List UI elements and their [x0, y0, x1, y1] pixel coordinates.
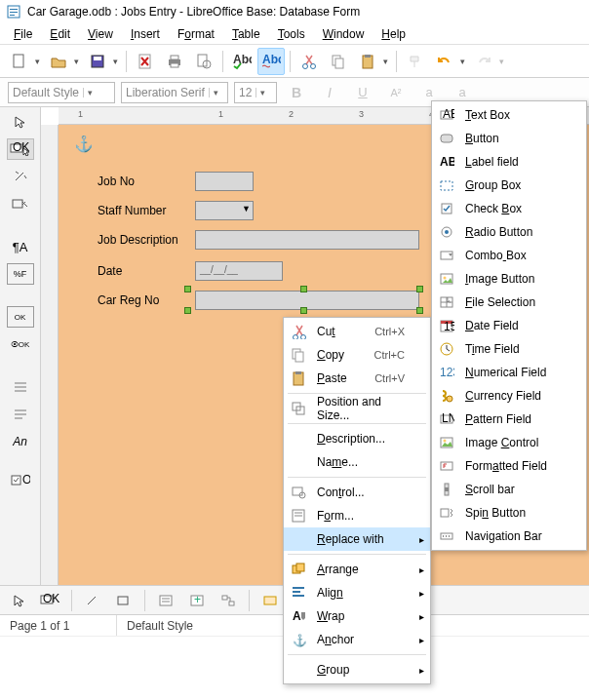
paragraph-style-combo[interactable]: Default Style▾: [8, 82, 115, 103]
menu-item-pattern-field[interactable]: LNPattern Field: [432, 408, 586, 431]
menu-item-file-selection[interactable]: File Selection: [432, 291, 586, 314]
selection-handle[interactable]: [300, 307, 307, 314]
menu-help[interactable]: Help: [373, 25, 413, 43]
menu-format[interactable]: Format: [170, 25, 222, 43]
menu-item-replace-with[interactable]: Replace with▸: [284, 527, 430, 551]
selection-handle[interactable]: [184, 286, 191, 292]
copy-icon[interactable]: [325, 48, 352, 75]
menu-item-currency-field[interactable]: Currency Field: [432, 384, 586, 408]
selection-handle[interactable]: [416, 286, 423, 292]
select-icon[interactable]: [6, 587, 33, 614]
redo-icon[interactable]: [470, 48, 497, 75]
list2-icon[interactable]: [7, 404, 34, 425]
underline-icon[interactable]: U: [349, 79, 376, 106]
menu-item-label: Check Box: [465, 202, 561, 215]
nav-form-icon[interactable]: [152, 587, 179, 614]
menu-edit[interactable]: Edit: [42, 25, 78, 43]
menu-item-date-field[interactable]: 15Date Field: [432, 314, 586, 337]
tab-order-icon[interactable]: [215, 587, 242, 614]
spellcheck-icon[interactable]: Abc: [228, 48, 255, 75]
char-format-icon[interactable]: ¶A: [7, 236, 34, 257]
field-label: Staff Number: [98, 204, 185, 217]
an-icon[interactable]: An: [7, 431, 34, 452]
ruler-vertical[interactable]: [41, 125, 59, 585]
selection-handle[interactable]: [184, 307, 191, 314]
arrange-icon: [288, 559, 309, 580]
menu-item-button[interactable]: Button: [432, 127, 586, 150]
font-name-combo[interactable]: Liberation Serif▾: [121, 82, 228, 103]
percent-format-icon[interactable]: %F: [7, 263, 34, 285]
pointer-icon[interactable]: [7, 111, 34, 133]
save-icon[interactable]: [84, 48, 111, 75]
menu-file[interactable]: File: [6, 25, 40, 43]
field-input[interactable]: [195, 291, 419, 310]
new-icon[interactable]: [6, 48, 33, 75]
add-field-icon[interactable]: +: [183, 587, 211, 614]
field-input[interactable]: [195, 172, 254, 191]
menu-item-group[interactable]: Group▸: [284, 658, 430, 681]
selection-handle[interactable]: [416, 307, 423, 314]
paste-icon[interactable]: [354, 48, 381, 75]
bold-icon[interactable]: B: [283, 79, 310, 106]
menu-item-copy[interactable]: CopyCtrl+C: [284, 343, 430, 367]
svg-rect-49: [296, 564, 304, 571]
menu-item-arrange[interactable]: Arrange▸: [284, 558, 430, 581]
menu-item-align[interactable]: Align▸: [284, 581, 430, 604]
field-input[interactable]: __/__/__: [195, 261, 283, 281]
menu-item-navigation-bar[interactable]: Navigation Bar: [432, 525, 586, 548]
undo-icon[interactable]: [431, 48, 458, 75]
format-paint-icon[interactable]: [402, 48, 429, 75]
ok-box-icon[interactable]: OK: [7, 306, 34, 328]
menu-insert[interactable]: Insert: [123, 25, 168, 43]
selection-handle[interactable]: [300, 286, 307, 292]
menu-item-radio-button[interactable]: Radio Button: [432, 220, 586, 244]
font-size-combo[interactable]: 12▾: [234, 82, 277, 103]
menu-item-name-[interactable]: Name...: [284, 450, 430, 474]
superscript-icon[interactable]: A²: [382, 79, 410, 106]
menu-item-combo-box[interactable]: Combo Box: [432, 244, 586, 267]
menu-item-image-button[interactable]: Image Button: [432, 267, 586, 291]
menu-item-wrap[interactable]: AWrap▸: [284, 604, 430, 628]
control-wizard-icon[interactable]: [7, 166, 34, 187]
autospell-icon[interactable]: Abc: [257, 48, 285, 75]
pdf-icon[interactable]: [132, 48, 159, 75]
field-input[interactable]: ▼: [195, 201, 254, 220]
btm-control-icon[interactable]: [79, 587, 106, 614]
menu-item-time-field[interactable]: Time Field: [432, 337, 586, 361]
menu-tools[interactable]: Tools: [270, 25, 313, 43]
menu-item-form-[interactable]: Form...: [284, 504, 430, 527]
ok-box2-icon[interactable]: ⦿OK: [7, 333, 34, 355]
form-design-icon[interactable]: OK: [7, 138, 34, 160]
open-icon[interactable]: [45, 48, 72, 75]
italic-icon[interactable]: I: [316, 79, 343, 106]
menu-item-description-[interactable]: Description...: [284, 427, 430, 450]
field-input[interactable]: [195, 230, 419, 250]
preview-icon[interactable]: [190, 48, 217, 75]
menu-view[interactable]: View: [80, 25, 121, 43]
anchor-icon: ⚓: [288, 629, 309, 650]
menu-item-scroll-bar[interactable]: Scroll bar: [432, 478, 586, 501]
menu-item-check-box[interactable]: Check Box: [432, 197, 586, 220]
menu-item-anchor[interactable]: ⚓Anchor▸: [284, 628, 430, 651]
menu-item-group-box[interactable]: Group Box: [432, 174, 586, 197]
list-icon[interactable]: [7, 376, 34, 398]
checkbox-rail-icon[interactable]: OK: [7, 470, 34, 491]
menu-item-formatted-field[interactable]: Formatted Field: [432, 454, 586, 478]
menu-item-label-field[interactable]: ABCLabel field: [432, 150, 586, 174]
open-design-icon[interactable]: [256, 587, 284, 614]
cut-icon[interactable]: [295, 48, 323, 75]
menu-item-text-box[interactable]: ABCText Box: [432, 103, 586, 127]
menu-item-control-[interactable]: Control...: [284, 481, 430, 504]
menu-table[interactable]: Table: [224, 25, 268, 43]
btm-form-icon[interactable]: [110, 587, 137, 614]
print-icon[interactable]: [161, 48, 188, 75]
menu-item-image-control[interactable]: Image Control: [432, 431, 586, 454]
menu-item-spin-button[interactable]: Spin Button: [432, 501, 586, 525]
menu-item-numerical-field[interactable]: 123Numerical Field: [432, 361, 586, 384]
menu-item-paste[interactable]: PasteCtrl+V: [284, 367, 430, 390]
menu-item-position-and-size-[interactable]: Position and Size...: [284, 397, 430, 420]
design-mode-icon[interactable]: OK: [37, 587, 64, 614]
form-wizard-icon[interactable]: [7, 193, 34, 214]
menu-item-cut[interactable]: CutCtrl+X: [284, 320, 430, 343]
menu-window[interactable]: Window: [315, 25, 373, 43]
